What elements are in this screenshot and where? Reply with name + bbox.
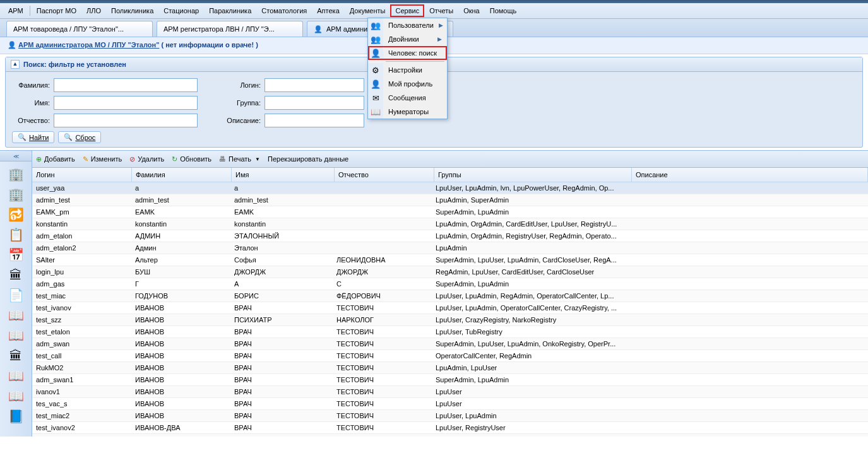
menu-Паспорт МО[interactable]: Паспорт МО xyxy=(32,4,81,17)
table-row[interactable]: test_ivanovИВАНОВВРАЧТЕСТОВИЧLpuUser, Lp… xyxy=(32,302,868,314)
menu-item[interactable]: ⚙Настройки xyxy=(368,63,447,77)
group-label: Группа: xyxy=(223,99,261,107)
menu-Помощь[interactable]: Помощь xyxy=(485,4,522,17)
sidebar-icon[interactable]: 📘 xyxy=(5,406,27,426)
recache-button[interactable]: Перекэшировать данные xyxy=(268,155,348,163)
column-header[interactable]: Отчество xyxy=(335,168,434,182)
refresh-button[interactable]: ↻Обновить xyxy=(172,155,211,163)
patronymic-input[interactable] xyxy=(54,114,198,127)
table-row[interactable]: ivanov1ИВАНОВВРАЧТЕСТОВИЧLpuUser xyxy=(32,386,868,398)
menu-Отчеты[interactable]: Отчеты xyxy=(424,4,458,17)
lastname-label: Фамилия: xyxy=(12,81,50,89)
table-row[interactable]: adm_swan1ИВАНОВВРАЧТЕСТОВИЧSuperAdmin, L… xyxy=(32,374,868,386)
column-header[interactable]: Фамилия xyxy=(132,168,232,182)
table-row[interactable]: adm_swanИВАНОВВРАЧТЕСТОВИЧSuperAdmin, Lp… xyxy=(32,338,868,350)
sidebar-icon[interactable]: 🏢 xyxy=(5,184,27,204)
menu-Поликлиника[interactable]: Поликлиника xyxy=(106,4,158,17)
menu-Сервис[interactable]: Сервис xyxy=(390,4,424,17)
table-cell: LpuUser xyxy=(432,386,629,397)
table-cell: ИВАНОВ-ДВА xyxy=(131,422,230,433)
menu-item[interactable]: ✉Сообщения xyxy=(368,91,447,105)
collapse-icon[interactable]: ▲ xyxy=(11,60,20,69)
table-cell: test_miac2 xyxy=(32,410,131,421)
column-header[interactable]: Описание xyxy=(632,168,868,182)
table-row[interactable]: test_ivanov2ИВАНОВ-ДВАВРАЧТЕСТОВИЧLpuUse… xyxy=(32,422,868,434)
table-cell xyxy=(333,206,432,218)
table-row[interactable]: login_lpuБУШДЖОРДЖДЖОРДЖRegAdmin, LpuUse… xyxy=(32,266,868,278)
menu-ЛЛО[interactable]: ЛЛО xyxy=(81,4,106,17)
sidebar-icon[interactable]: 📋 xyxy=(5,225,27,245)
print-button[interactable]: 🖶Печать▼ xyxy=(219,155,260,163)
table-row[interactable]: test_miacГОДУНОВБОРИСФЁДОРОВИЧLpuUser, L… xyxy=(32,290,868,302)
menu-Параклиника[interactable]: Параклиника xyxy=(204,4,256,17)
menu-Стационар[interactable]: Стационар xyxy=(158,4,204,17)
table-row[interactable]: test_zubИВАНОВ-ДВАВРАЧТЕСТОВИЧLpuUser xyxy=(32,434,868,437)
column-header[interactable]: Группы xyxy=(434,168,632,182)
sidebar-icon[interactable]: 📖 xyxy=(5,325,27,346)
table-cell: a xyxy=(131,182,230,194)
sidebar-icon[interactable]: 🔂 xyxy=(5,204,27,225)
menu-item[interactable]: 👥Двойники▶ xyxy=(368,32,447,46)
menu-item-icon: ✉ xyxy=(370,93,381,103)
sidebar-icon[interactable]: 📖 xyxy=(5,305,27,325)
menu-item[interactable]: 👥Пользователи▶ xyxy=(368,18,447,32)
sidebar-icon[interactable]: 🏢 xyxy=(5,164,27,184)
menu-item-label: Пользователи xyxy=(388,21,434,29)
table-row[interactable]: adm_etalon2АдминЭталонLpuAdmin xyxy=(32,242,868,254)
table-row[interactable]: EAMK_pmEAMKEAMKSuperAdmin, LpuAdmin xyxy=(32,206,868,218)
sidebar-icon[interactable]: 📖 xyxy=(5,366,27,386)
table-row[interactable]: test_miac2ИВАНОВВРАЧТЕСТОВИЧLpuUser, Lpu… xyxy=(32,410,868,422)
menu-Стоматология[interactable]: Стоматология xyxy=(256,4,312,17)
login-input[interactable] xyxy=(265,78,364,92)
reset-button[interactable]: 🔍Сброс xyxy=(58,131,101,143)
menu-item-icon: 👥 xyxy=(370,35,381,44)
menu-Аптека[interactable]: Аптека xyxy=(312,4,345,17)
table-cell: LpuUser, LpuAdmin, OperatorCallCenter, C… xyxy=(432,302,629,314)
table-cell: ИВАНОВ xyxy=(131,362,230,373)
tab[interactable]: АРМ товароведа / ЛПУ "Эталон"... xyxy=(6,21,153,37)
firstname-input[interactable] xyxy=(54,96,198,110)
table-cell: LpuAdmin xyxy=(432,242,629,254)
lastname-input[interactable] xyxy=(54,78,198,92)
sidebar-icon[interactable]: 📅 xyxy=(5,245,27,265)
sidebar-icon[interactable]: 📄 xyxy=(5,285,27,305)
breadcrumb-link[interactable]: АРМ администратора МО / ЛПУ "Эталон" xyxy=(18,41,159,49)
menu-item[interactable]: 👤Человек: поиск xyxy=(368,46,447,60)
menu-Окна[interactable]: Окна xyxy=(458,4,485,17)
table-row[interactable]: SAlterАльтерСофьяЛЕОНИДОВНАSuperAdmin, L… xyxy=(32,254,868,266)
table-cell: test_ivanov2 xyxy=(32,422,131,433)
group-input[interactable] xyxy=(265,96,364,110)
description-input[interactable] xyxy=(265,114,364,127)
menu-item[interactable]: 📖Нумераторы xyxy=(368,105,447,119)
table-cell: ВРАЧ xyxy=(230,374,333,385)
delete-button[interactable]: ⊘Удалить xyxy=(129,155,164,163)
menu-Документы[interactable]: Документы xyxy=(345,4,391,17)
table-row[interactable]: tes_vac_sИВАНОВВРАЧТЕСТОВИЧLpuUser xyxy=(32,398,868,410)
add-button[interactable]: ⊕Добавить xyxy=(36,155,75,163)
table-row[interactable]: RukMO2ИВАНОВВРАЧТЕСТОВИЧLpuAdmin, LpuUse… xyxy=(32,362,868,374)
sidebar-collapse[interactable]: ≪ xyxy=(0,152,32,161)
table-cell: ВРАЧ xyxy=(230,338,333,349)
menu-item[interactable]: 👤Мой профиль xyxy=(368,77,447,91)
table-row[interactable]: user_yaaaaLpuUser, LpuAdmin, lvn, LpuPow… xyxy=(32,182,868,194)
edit-button[interactable]: ✎Изменить xyxy=(83,155,122,163)
table-row[interactable]: test_szzИВАНОВПСИХИАТРНАРКОЛОГLpuUser, C… xyxy=(32,314,868,326)
table-row[interactable]: admin_testadmin_testadmin_testLpuAdmin, … xyxy=(32,194,868,206)
sidebar-icon[interactable]: 📖 xyxy=(5,386,27,406)
column-header[interactable]: Имя xyxy=(232,168,335,182)
sidebar-icon[interactable]: 🏛 xyxy=(5,265,27,285)
table-cell: LpuUser, TubRegistry xyxy=(432,326,629,337)
column-header[interactable]: Логин xyxy=(32,168,132,182)
table-row[interactable]: test_etalonИВАНОВВРАЧТЕСТОВИЧLpuUser, Tu… xyxy=(32,326,868,338)
tab[interactable]: АРМ регистратора ЛВН / ЛПУ "Э... xyxy=(157,21,303,37)
find-button[interactable]: 🔍Найти xyxy=(12,131,54,143)
menu-АРМ[interactable]: АРМ xyxy=(3,4,28,17)
table-row[interactable]: test_callИВАНОВВРАЧТЕСТОВИЧOperatorCallC… xyxy=(32,350,868,362)
table-row[interactable]: konstantinkonstantinkonstantinLpuAdmin, … xyxy=(32,218,868,230)
table-cell: adm_swan xyxy=(32,338,131,349)
table-cell: ВРАЧ xyxy=(230,326,333,337)
table-row[interactable]: adm_gasГАСSuperAdmin, LpuAdmin xyxy=(32,278,868,290)
table-row[interactable]: adm_etalonАДМИНЭТАЛОННЫЙLpuAdmin, OrgAdm… xyxy=(32,230,868,242)
table-cell xyxy=(629,362,868,373)
sidebar-icon[interactable]: 🏛 xyxy=(5,346,27,366)
